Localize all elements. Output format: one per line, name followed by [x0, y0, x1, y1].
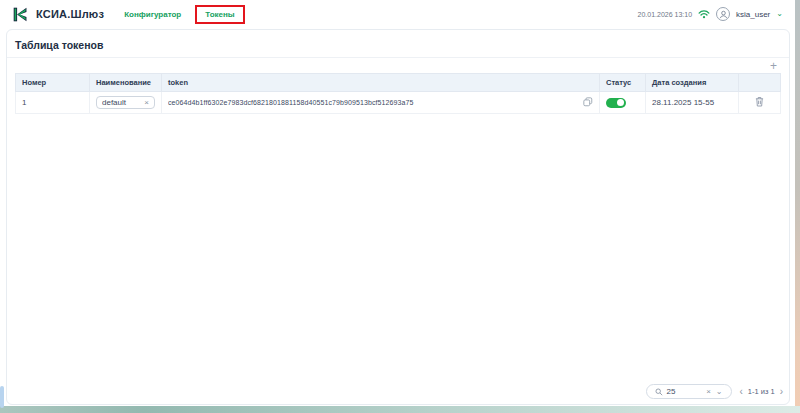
cell-token: ce064d4b1ff6302e7983dcf6821801881158d405…	[162, 92, 600, 114]
cell-number: 1	[16, 92, 90, 114]
window-edge-bottom	[0, 406, 800, 413]
copy-icon	[583, 97, 593, 107]
page-size-value: 25	[667, 387, 676, 396]
col-header-token: token	[162, 74, 600, 92]
name-input[interactable]	[102, 98, 142, 107]
search-icon	[655, 388, 663, 396]
table-header-row: Номер Наименование token Статус Дата соз…	[16, 74, 781, 92]
window-edge-right	[795, 0, 800, 413]
pagination-bar: 25 × ⌄ ‹ 1-1 из 1 ›	[646, 384, 784, 399]
current-datetime: 20.01.2026 13:10	[638, 11, 693, 18]
main-nav: Конфигуратор Токены	[124, 5, 245, 24]
col-header-status: Статус	[600, 74, 646, 92]
next-page-chevron-icon[interactable]: ›	[780, 387, 783, 397]
cell-created: 28.11.2025 15-55	[646, 92, 739, 114]
add-token-button[interactable]: +	[768, 61, 779, 71]
col-header-created: Дата создания	[646, 74, 739, 92]
user-avatar-icon[interactable]	[716, 7, 730, 21]
page-size-chevron-down-icon[interactable]: ⌄	[716, 388, 723, 396]
trash-icon	[755, 96, 764, 107]
annotation-highlight-box: Токены	[195, 5, 244, 24]
delete-token-button[interactable]	[755, 95, 764, 110]
name-input-wrap: ×	[96, 96, 155, 109]
page-title: Таблица токенов	[15, 39, 103, 51]
page-size-select[interactable]: 25 × ⌄	[646, 384, 732, 399]
token-value: ce064d4b1ff6302e7983dcf6821801881158d405…	[168, 99, 414, 106]
clear-name-icon[interactable]: ×	[144, 98, 149, 107]
ksia-logo-icon	[12, 6, 29, 23]
wifi-icon	[698, 9, 710, 19]
col-header-number: Номер	[16, 74, 90, 92]
toggle-knob	[617, 99, 624, 106]
col-header-name: Наименование	[90, 74, 162, 92]
header-right-cluster: 20.01.2026 13:10 ksia_user ⌄	[638, 7, 783, 21]
user-menu-chevron-down-icon[interactable]: ⌄	[776, 10, 783, 18]
app-title: КСИА.Шлюз	[36, 8, 104, 20]
page-range-label: 1-1 из 1	[748, 387, 775, 396]
cell-status	[600, 92, 646, 114]
cell-actions	[739, 92, 781, 114]
status-toggle-on[interactable]	[606, 98, 626, 108]
nav-tokens[interactable]: Токены	[205, 10, 234, 19]
window-edge-left-accent	[0, 386, 4, 408]
page-size-clear-icon[interactable]: ×	[706, 388, 711, 396]
top-header: КСИА.Шлюз Конфигуратор Токены 20.01.2026…	[0, 0, 795, 28]
tokens-table: Номер Наименование token Статус Дата соз…	[15, 73, 781, 114]
table-row: 1 × ce064d4b1ff6302e7983dcf6821801881158…	[16, 92, 781, 114]
table-toolbar: +	[7, 58, 789, 73]
col-header-actions	[739, 74, 781, 92]
pager: ‹ 1-1 из 1 ›	[740, 387, 784, 397]
nav-configurator[interactable]: Конфигуратор	[124, 10, 181, 19]
panel-title-row: Таблица токенов	[7, 30, 789, 58]
username-label[interactable]: ksia_user	[736, 10, 770, 19]
content-panel: Таблица токенов + Номер Наименование tok…	[6, 29, 790, 405]
prev-page-chevron-icon[interactable]: ‹	[740, 387, 743, 397]
cell-name: ×	[90, 92, 162, 114]
copy-token-button[interactable]	[583, 95, 593, 110]
